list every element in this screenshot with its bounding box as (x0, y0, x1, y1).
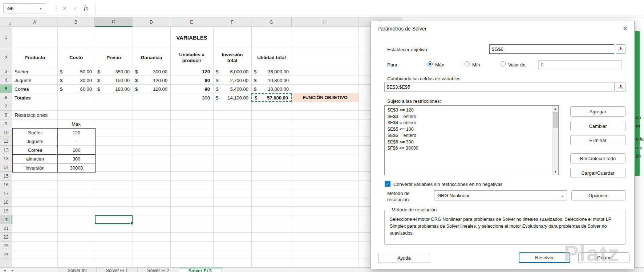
row-header[interactable]: 8 (0, 111, 12, 119)
cell-C3[interactable]: $350.00 (95, 67, 133, 76)
column-header[interactable]: F (213, 17, 251, 27)
row-header[interactable]: 15 (0, 172, 12, 180)
scroll-down-icon[interactable]: ▼ (552, 169, 558, 175)
constraint-item[interactable]: $E$3 = entero (388, 114, 552, 120)
row-header[interactable]: 24 (0, 250, 12, 259)
row-header[interactable]: 21 (0, 224, 12, 233)
row-header[interactable]: 5 (0, 85, 12, 93)
cell-A2[interactable]: Producto (12, 48, 57, 67)
row-header[interactable]: 1 (0, 27, 12, 48)
row-header[interactable]: 9 (0, 119, 12, 128)
cell-E1[interactable]: VARIABLES (170, 27, 213, 48)
close-button[interactable]: ✕ (620, 24, 631, 33)
constraint-item[interactable]: $E$4 = entero (388, 120, 552, 126)
options-button[interactable]: Opciones (571, 190, 625, 200)
name-box[interactable]: G6 ▾ (3, 3, 45, 13)
cell-C4[interactable]: $150.00 (95, 76, 133, 85)
objective-input[interactable]: $G$6 (489, 44, 614, 54)
objective-range-button[interactable] (616, 44, 625, 54)
row-header[interactable]: 4 (0, 76, 12, 85)
constraint-item[interactable]: $E$5 = entero (388, 133, 552, 139)
cell-A12[interactable]: Correa (13, 146, 58, 155)
row-header[interactable]: 23 (0, 241, 12, 250)
cell-E5[interactable]: 90 (170, 85, 213, 93)
change-button[interactable]: Cambiar (570, 121, 625, 131)
cell-A10[interactable]: Suéter (13, 129, 58, 137)
sheet-tab[interactable]: Solver Ej 1 (97, 268, 138, 272)
load-save-button[interactable]: Cargar/Guardar (570, 168, 625, 178)
row-header[interactable]: 14 (0, 163, 12, 172)
cell-G5[interactable]: $10,800.00 (251, 85, 292, 93)
cell-C5[interactable]: $180.00 (95, 85, 133, 93)
column-header[interactable]: A (12, 17, 57, 27)
add-button[interactable]: Agregar (570, 106, 625, 117)
cell-A5[interactable]: Correa (12, 85, 57, 93)
insert-function-icon[interactable]: fx (84, 5, 88, 11)
cell-E6[interactable]: 300 (170, 93, 213, 102)
row-header[interactable]: 20 (0, 215, 12, 224)
cell-F4[interactable]: $2,700.00 (213, 76, 251, 85)
cell-B13[interactable]: 300 (58, 155, 95, 163)
cell-G2[interactable]: Utilidad total (251, 48, 292, 67)
cancel-icon[interactable]: ✕ (62, 5, 67, 11)
constraint-item[interactable]: $E$5 <= 100 (388, 126, 552, 133)
radio-value-of[interactable] (501, 61, 506, 66)
dialog-titlebar[interactable]: Parámetros de Solver ✕ (371, 21, 634, 35)
cell-B12[interactable]: 100 (58, 146, 95, 155)
row-header[interactable]: 18 (0, 198, 12, 207)
constraints-list[interactable]: $E$3 <= 120$E$3 = entero$E$4 = entero$E$… (384, 105, 559, 175)
solve-button[interactable]: Resolver (519, 252, 570, 263)
constraint-item[interactable]: $E$6 <= 300 (388, 139, 552, 146)
chevron-down-icon[interactable]: ▾ (37, 7, 45, 11)
cell-B2[interactable]: Costo (57, 48, 95, 67)
cell-H6-objective-label[interactable]: FUNCIÓN OBJETIVO (292, 93, 359, 102)
nonneg-checkbox[interactable]: ✓ (385, 181, 390, 187)
active-cell-C20[interactable] (95, 215, 133, 224)
row-header[interactable]: 6 (0, 93, 12, 102)
constraint-item[interactable]: $E$3 <= 120 (388, 107, 552, 114)
radio-max[interactable] (428, 61, 433, 66)
variable-cells-range-button[interactable] (616, 82, 625, 92)
cell-G3[interactable]: $36,000.00 (251, 67, 292, 76)
constraints-scrollbar[interactable]: ▲ ▼ (552, 106, 558, 175)
variable-cells-input[interactable]: $E$3:$E$5 (384, 82, 615, 92)
cell-A14[interactable]: inversión (13, 163, 58, 172)
cell-A3[interactable]: Suéter (12, 67, 57, 76)
cell-E3[interactable]: 120 (170, 67, 213, 76)
row-header[interactable]: 22 (0, 233, 12, 241)
cell-D5[interactable]: $120.00 (133, 85, 170, 93)
column-header[interactable]: C (95, 17, 133, 27)
cell-A13[interactable]: almacen (13, 155, 58, 163)
cell-B3[interactable]: $50.00 (57, 67, 95, 76)
select-all-corner[interactable] (0, 17, 12, 27)
cell-F2[interactable]: Inversión total (213, 48, 251, 67)
radio-max-label[interactable]: Máx (435, 62, 444, 68)
scroll-up-icon[interactable]: ▲ (552, 106, 558, 111)
cell-F6[interactable]: $14,100.00 (213, 93, 251, 102)
constraint-item[interactable]: $F$6 <= 30000 (388, 145, 552, 152)
row-header[interactable]: 19 (0, 207, 12, 215)
cell-G4[interactable]: $10,800.00 (251, 76, 292, 85)
cell-D3[interactable]: $300.00 (133, 67, 170, 76)
radio-min[interactable] (465, 61, 470, 66)
cell-D2[interactable]: Ganancia (133, 48, 170, 67)
cell-E2[interactable]: Unidades a producir (170, 48, 213, 67)
cell-D4[interactable]: $120.00 (133, 76, 170, 85)
cell-B9-max-header[interactable]: Max (57, 119, 95, 128)
cell-F5[interactable]: $5,400.00 (213, 85, 251, 93)
row-header[interactable]: 7 (0, 102, 12, 111)
chevron-down-icon[interactable]: ⌄ (558, 191, 567, 200)
formula-input[interactable] (98, 2, 641, 15)
cell-A11[interactable]: Juguete (13, 137, 58, 146)
row-header[interactable]: 3 (0, 67, 12, 76)
cell-G6-objective[interactable]: $57,600.00 (251, 93, 292, 102)
row-header[interactable]: 10 (0, 128, 12, 137)
row-header[interactable]: 16 (0, 180, 12, 189)
column-header[interactable]: D (133, 17, 170, 27)
column-header[interactable]: E (170, 17, 213, 27)
row-header[interactable]: 2 (0, 48, 12, 67)
scrollbar-thumb[interactable] (553, 112, 558, 128)
cell-A4[interactable]: Juguete (12, 76, 57, 85)
column-header[interactable]: B (57, 17, 95, 27)
method-dropdown[interactable]: GRG Nonlinear ⌄ (434, 190, 567, 200)
